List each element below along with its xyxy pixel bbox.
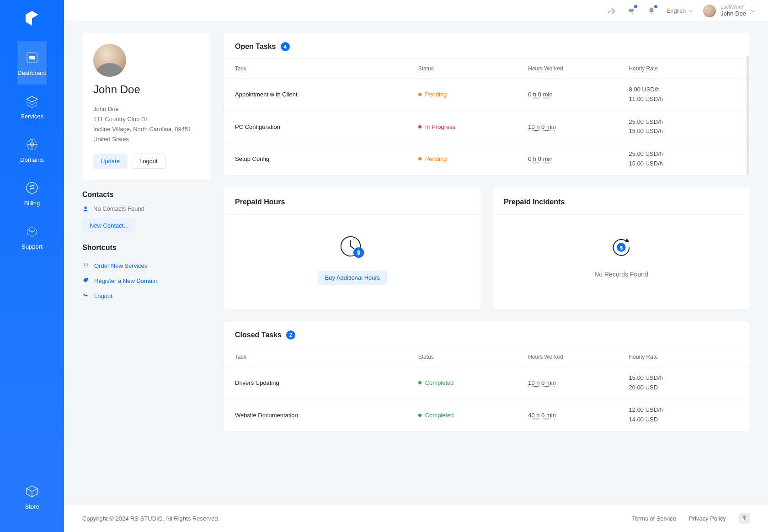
support-icon xyxy=(24,223,40,239)
col-header: Status xyxy=(418,354,528,360)
domains-icon xyxy=(24,136,40,153)
notification-dot xyxy=(634,5,637,8)
empty-state-text: No Records Found xyxy=(504,271,739,278)
sidebar-item-label: Dashboard xyxy=(17,69,47,76)
topbar: English LockWorth John Doe xyxy=(64,0,768,22)
shortcut-order-new-services[interactable]: Order New Services xyxy=(82,258,210,273)
col-header: Hours Worked xyxy=(528,354,629,360)
open-tasks-card: Open Tasks 4 Task Status Hours Worked Ho… xyxy=(224,33,750,175)
language-selector[interactable]: English xyxy=(667,7,693,14)
status-badge: Pending xyxy=(418,91,528,98)
svg-point-7 xyxy=(86,279,87,280)
table-row[interactable]: Drivers UpdatingCompleted10 h 0 min15.00… xyxy=(224,367,750,399)
contacts-empty: No Contacts Found xyxy=(93,205,144,212)
shortcut-logout[interactable]: Logout xyxy=(82,288,210,303)
hourly-rate: 25.00 USD/h15.00 USD/h xyxy=(629,117,739,137)
reply-icon xyxy=(82,292,89,300)
new-contact-button[interactable]: New Contact... xyxy=(82,218,136,233)
tos-link[interactable]: Terms of Service xyxy=(632,515,676,522)
contacts-section: Contacts No Contacts Found New Contact..… xyxy=(82,191,210,233)
section-title: Shortcuts xyxy=(82,244,210,252)
table-row[interactable]: PC ConfigurationIn Progress10 h 0 min25.… xyxy=(224,111,750,143)
svg-text:$: $ xyxy=(620,245,623,250)
sidebar-item-store[interactable]: Store xyxy=(0,475,64,518)
shortcut-register-a-new-domain[interactable]: Register a New Domain xyxy=(82,273,210,288)
profile-address-line: Incline Village, North Carolina, 89451 xyxy=(93,124,199,134)
svg-point-5 xyxy=(84,267,85,268)
language-label: English xyxy=(667,7,686,14)
col-header: Hourly Rate xyxy=(629,65,739,72)
bell-icon[interactable] xyxy=(646,6,656,16)
chevron-down-icon xyxy=(688,9,693,13)
col-header: Hourly Rate xyxy=(629,354,739,360)
sidebar-item-domains[interactable]: Domains xyxy=(17,128,47,171)
sidebar-item-support[interactable]: Support xyxy=(17,215,47,258)
svg-rect-1 xyxy=(29,56,35,59)
share-icon[interactable] xyxy=(606,6,616,16)
profile-card: John Doe John Doe 111 Country Club Dr In… xyxy=(82,33,210,180)
sidebar-item-dashboard[interactable]: Dashboard xyxy=(17,41,47,85)
hourly-rate: 15.00 USD/h20.00 USD xyxy=(629,373,739,393)
shortcut-label: Logout xyxy=(94,293,112,299)
update-button[interactable]: Update xyxy=(93,154,127,169)
task-name: PC Configuration xyxy=(235,123,418,130)
hourly-rate: 8.00 USD/h11.00 USD/h xyxy=(629,85,739,104)
arrow-up-icon xyxy=(741,516,747,521)
hours-worked: 0 h 0 min xyxy=(528,155,629,162)
hourly-rate: 12.00 USD/h14.00 USD xyxy=(629,405,739,425)
profile-country: United States xyxy=(93,134,199,144)
table-row[interactable]: Appointment with ClientPending0 h 0 min8… xyxy=(224,78,750,111)
status-badge: Pending xyxy=(418,155,528,162)
sidebar-item-billing[interactable]: Billing xyxy=(17,171,47,215)
prepaid-hours-card: Prepaid Hours $ Buy Additional Hours xyxy=(224,187,481,309)
sidebar: DashboardServicesDomainsBillingSupport S… xyxy=(0,0,64,532)
shortcut-label: Register a New Domain xyxy=(94,277,157,284)
shortcut-label: Order New Services xyxy=(94,262,147,269)
cart-icon[interactable] xyxy=(626,6,636,16)
col-header: Hours Worked xyxy=(528,65,629,72)
user-menu[interactable]: LockWorth John Doe xyxy=(703,4,755,17)
hours-worked: 10 h 0 min xyxy=(528,123,629,130)
sidebar-item-label: Services xyxy=(21,113,43,120)
buy-hours-button[interactable]: Buy Additional Hours xyxy=(318,271,388,285)
count-badge: 2 xyxy=(286,330,295,340)
card-title: Prepaid Hours xyxy=(235,198,470,206)
refresh-dollar-icon: $ xyxy=(607,233,635,261)
status-badge: Completed xyxy=(418,412,528,419)
task-name: Setup Config xyxy=(235,155,418,162)
sidebar-item-label: Billing xyxy=(24,200,40,207)
privacy-link[interactable]: Privacy Policy xyxy=(689,515,726,522)
avatar xyxy=(703,5,716,17)
profile-name: John Doe xyxy=(93,83,199,96)
logout-button[interactable]: Logout xyxy=(132,154,165,169)
hours-worked: 10 h 0 min xyxy=(528,379,629,386)
col-header: Task xyxy=(235,354,418,360)
dashboard-icon xyxy=(24,49,40,66)
profile-name-line: John Doe xyxy=(93,104,199,114)
svg-point-6 xyxy=(87,267,88,268)
company-label: LockWorth xyxy=(720,4,746,10)
notification-dot xyxy=(654,5,657,8)
sidebar-item-services[interactable]: Services xyxy=(17,85,47,128)
col-header: Task xyxy=(235,65,418,72)
table-row[interactable]: Setup ConfigPending0 h 0 min25.00 USD/h1… xyxy=(224,143,750,175)
status-badge: In Progress xyxy=(418,123,528,130)
card-title: Open Tasks xyxy=(235,43,276,51)
scroll-top-button[interactable] xyxy=(739,513,750,524)
tag-icon xyxy=(82,277,89,285)
section-title: Contacts xyxy=(82,191,210,199)
card-title: Prepaid Incidents xyxy=(504,198,739,206)
logo[interactable] xyxy=(23,9,41,27)
task-name: Drivers Updating xyxy=(235,379,418,386)
store-icon xyxy=(24,483,40,500)
hours-worked: 40 h 0 min xyxy=(528,412,629,419)
count-badge: 4 xyxy=(281,42,290,51)
services-icon xyxy=(24,93,40,109)
footer: Copyright © 2024 RS STUDIO. All Rights R… xyxy=(64,504,768,532)
task-name: Website Documentation xyxy=(235,412,418,419)
svg-point-4 xyxy=(27,182,37,193)
sidebar-item-label: Store xyxy=(25,503,39,510)
closed-tasks-card: Closed Tasks 2 Task Status Hours Worked … xyxy=(224,321,750,431)
table-row[interactable]: Website DocumentationCompleted40 h 0 min… xyxy=(224,399,750,431)
col-header: Status xyxy=(418,65,528,72)
